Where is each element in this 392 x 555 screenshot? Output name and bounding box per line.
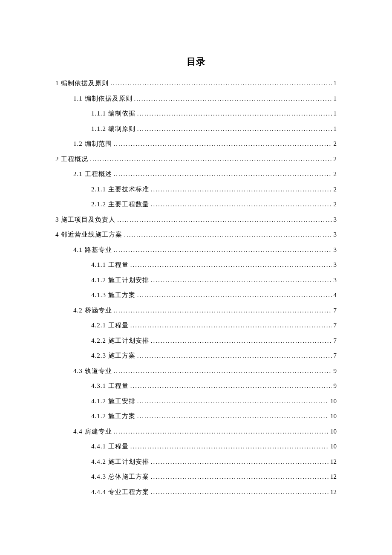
toc-entry-page: 12 [330, 459, 337, 465]
toc-leader-dots [114, 141, 332, 147]
toc-entry-label: 4.2 桥涵专业 [73, 307, 112, 314]
toc-entry-label: 4 邻近营业线施工方案 [55, 231, 122, 238]
toc-entry-page: 2 [334, 141, 337, 147]
toc-entry[interactable]: 4.4.3 总体施工方案12 [55, 474, 337, 480]
toc-entry-page: 1 [334, 126, 337, 132]
toc-entry[interactable]: 3 施工项目及负责人3 [55, 217, 337, 223]
toc-entry-page: 10 [330, 398, 337, 405]
toc-entry[interactable]: 2 工程概况2 [55, 156, 337, 162]
toc-entry-page: 2 [334, 171, 337, 177]
toc-entry-label: 2.1.1 主要技术标准 [91, 186, 149, 193]
toc-leader-dots [151, 186, 332, 193]
toc-leader-dots [137, 110, 332, 117]
toc-entry-label: 1.2 编制范围 [73, 141, 112, 147]
toc-entry-page: 1 [334, 80, 337, 87]
toc-entry-page: 4 [334, 292, 337, 298]
toc-entry[interactable]: 4.1.1 工程量3 [55, 262, 337, 268]
toc-leader-dots [137, 292, 332, 298]
toc-leader-dots [151, 474, 329, 480]
toc-leader-dots [114, 428, 329, 435]
toc-entry-label: 1 编制依据及原则 [55, 80, 109, 87]
toc-leader-dots [130, 443, 329, 450]
toc-entry-page: 3 [334, 277, 337, 283]
toc-entry-label: 4.2.3 施工方案 [91, 353, 135, 359]
toc-entry-label: 1.1.2 编制原则 [91, 126, 135, 132]
toc-entry-label: 4.3.1 工程量 [91, 383, 129, 389]
toc-leader-dots [137, 353, 332, 359]
toc-entry[interactable]: 4.2.3 施工方案7 [55, 353, 337, 359]
toc-entry-page: 7 [334, 338, 337, 344]
toc-entry-page: 12 [330, 474, 337, 480]
toc-entry[interactable]: 1.1.2 编制原则1 [55, 126, 337, 132]
toc-leader-dots [151, 201, 332, 208]
toc-entry-label: 4.4.4 专业工程方案 [91, 489, 149, 495]
toc-leader-dots [130, 262, 332, 268]
toc-entry[interactable]: 4.4.4 专业工程方案12 [55, 489, 337, 495]
toc-entry-label: 4.1.1 工程量 [91, 262, 129, 268]
toc-entry-page: 3 [334, 217, 337, 223]
toc-entry[interactable]: 1 编制依据及原则1 [55, 80, 337, 87]
toc-entry[interactable]: 4.1.3 施工方案4 [55, 292, 337, 298]
toc-entry[interactable]: 1.2 编制范围2 [55, 141, 337, 147]
toc-entry[interactable]: 4.2.2 施工计划安排7 [55, 338, 337, 344]
toc-entry-label: 4.4.2 施工计划安排 [91, 459, 149, 465]
toc-leader-dots [151, 489, 329, 495]
toc-entry-label: 1.1 编制依据及原则 [73, 95, 133, 102]
toc-entry-label: 2 工程概况 [55, 156, 88, 162]
toc-leader-dots [130, 383, 332, 389]
toc-entry-label: 4.1.2 施工安排 [91, 398, 135, 405]
toc-entry-page: 10 [330, 443, 337, 450]
toc-entry[interactable]: 4.1.2 施工方案10 [55, 413, 337, 419]
toc-entry-page: 10 [330, 413, 337, 419]
toc-title: 目录 [55, 55, 337, 68]
toc-entry[interactable]: 4.4.1 工程量10 [55, 443, 337, 450]
toc-leader-dots [114, 368, 332, 374]
toc-leader-dots [114, 307, 332, 314]
toc-entry-page: 9 [334, 368, 337, 374]
toc-entry-label: 4.4.1 工程量 [91, 443, 129, 450]
toc-leader-dots [137, 398, 329, 405]
toc-entry[interactable]: 4.3.1 工程量9 [55, 383, 337, 389]
toc-entry-page: 2 [334, 156, 337, 162]
toc-entry[interactable]: 4.4 房建专业10 [55, 428, 337, 435]
toc-entry-label: 4.4.3 总体施工方案 [91, 474, 149, 480]
toc-entry[interactable]: 4.3 轨道专业9 [55, 368, 337, 374]
toc-entry-label: 2.1.2 主要工程数量 [91, 201, 149, 208]
toc-leader-dots [110, 80, 331, 87]
toc-entry-label: 1.1.1 编制依据 [91, 110, 135, 117]
toc-entry[interactable]: 4.1.2 施工计划安排3 [55, 277, 337, 283]
toc-entry-page: 9 [334, 383, 337, 389]
toc-entry-label: 4.2.1 工程量 [91, 322, 129, 329]
toc-entry[interactable]: 4.2 桥涵专业7 [55, 307, 337, 314]
toc-entry[interactable]: 4 邻近营业线施工方案3 [55, 231, 337, 238]
toc-entry[interactable]: 4.2.1 工程量7 [55, 322, 337, 329]
toc-entry[interactable]: 4.1 路基专业3 [55, 247, 337, 253]
toc-entry[interactable]: 1.1 编制依据及原则1 [55, 95, 337, 102]
toc-entry-label: 3 施工项目及负责人 [55, 217, 115, 223]
toc-entry-page: 7 [334, 307, 337, 314]
toc-entry-label: 4.1.2 施工计划安排 [91, 277, 149, 283]
toc-entry[interactable]: 1.1.1 编制依据1 [55, 110, 337, 117]
toc-entry[interactable]: 4.1.2 施工安排10 [55, 398, 337, 405]
toc-leader-dots [117, 217, 331, 223]
toc-entry-label: 4.2.2 施工计划安排 [91, 338, 149, 344]
toc-entry-page: 10 [330, 428, 337, 435]
toc-leader-dots [90, 156, 331, 162]
toc-entry-page: 1 [334, 110, 337, 117]
toc-entry[interactable]: 2.1.1 主要技术标准2 [55, 186, 337, 193]
toc-entry-label: 4.4 房建专业 [73, 428, 112, 435]
toc-entry-page: 7 [334, 353, 337, 359]
toc-leader-dots [130, 322, 332, 329]
toc-entry[interactable]: 4.4.2 施工计划安排12 [55, 459, 337, 465]
toc-leader-dots [137, 413, 329, 419]
toc-entry[interactable]: 2.1.2 主要工程数量2 [55, 201, 337, 208]
toc-entry-page: 12 [330, 489, 337, 495]
toc-entry-label: 4.1.2 施工方案 [91, 413, 135, 419]
toc-leader-dots [124, 231, 331, 238]
toc-entry-page: 3 [334, 231, 337, 238]
toc-leader-dots [137, 126, 332, 132]
toc-entry-page: 7 [334, 322, 337, 329]
toc-entry-page: 1 [334, 95, 337, 102]
toc-entry-label: 4.1.3 施工方案 [91, 292, 135, 298]
toc-entry[interactable]: 2.1 工程概述2 [55, 171, 337, 177]
